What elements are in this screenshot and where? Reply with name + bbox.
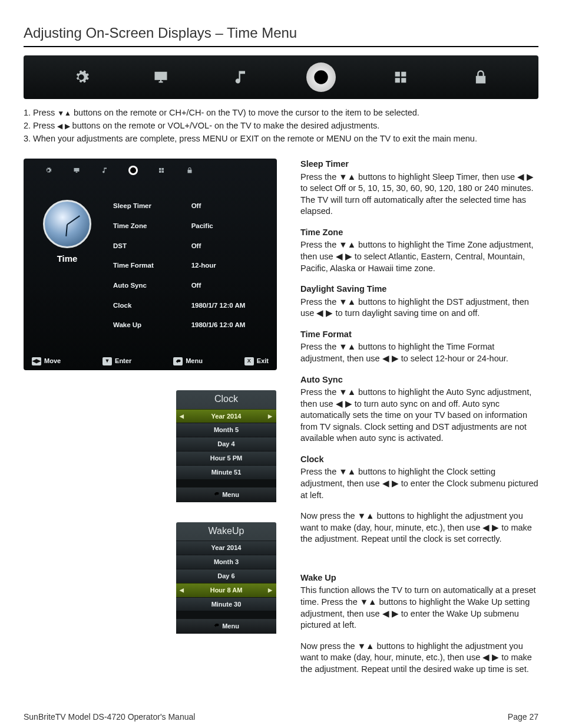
tv-row-value: Pacific xyxy=(164,216,266,236)
submenu-title: Clock xyxy=(176,390,276,409)
tv-row-label: DST xyxy=(113,236,164,256)
time-zone-text: Press the ▼▲ buttons to highlight the Ti… xyxy=(300,239,538,274)
submenu-row: Month 3 xyxy=(176,555,276,569)
enter-label: Enter xyxy=(115,357,131,365)
clock-heading: Clock xyxy=(300,454,538,466)
submenu-footer-label: Menu xyxy=(222,622,239,631)
lock-icon xyxy=(185,166,194,175)
submenu-row: Minute 51 xyxy=(176,465,276,479)
exit-label: Exit xyxy=(257,357,269,365)
menu-key-icon xyxy=(173,357,183,365)
music-icon xyxy=(100,166,110,175)
move-key-icon: ◀▶ xyxy=(32,357,41,365)
steps-list: 1. Press ▼▲ buttons on the remote or CH+… xyxy=(24,107,538,144)
dst-heading: Daylight Saving Time xyxy=(300,284,538,295)
move-label: Move xyxy=(44,357,61,365)
left-arrows-icon: ◀ xyxy=(180,413,187,420)
tv-row-value: Off xyxy=(164,196,266,216)
tv-menu-row: Time ZonePacific xyxy=(113,216,266,236)
time-format-text: Press the ▼▲ buttons to highlight the Ti… xyxy=(300,341,538,364)
wakeup-submenu: WakeUpYear 2014Month 3Day 6◀ Hour 8 AM ▶… xyxy=(176,522,276,634)
enter-key-icon: ▼ xyxy=(103,357,112,365)
monitor-icon xyxy=(72,166,81,175)
submenu-row: Day 6 xyxy=(176,569,276,583)
submenu-row-label: Hour 8 AM xyxy=(210,586,243,595)
step-item: 1. Press ▼▲ buttons on the remote or CH+… xyxy=(24,107,538,119)
page-number: Page 27 xyxy=(508,711,538,723)
clock-text-1: Press the ▼▲ buttons to highlight the Cl… xyxy=(300,466,538,501)
clock-face-icon xyxy=(43,200,91,248)
submenu-row-label: Year 2014 xyxy=(211,412,242,421)
grid-icon xyxy=(386,62,415,92)
tv-row-value: 1980/1/6 12:0 AM xyxy=(164,315,266,335)
tv-row-value: Off xyxy=(164,276,266,296)
right-arrows-icon: ▶ xyxy=(266,413,273,420)
tv-row-value: 1980/1/7 12:0 AM xyxy=(164,296,266,316)
menu-label: Menu xyxy=(186,357,203,365)
left-arrows-icon: ◀ xyxy=(180,587,187,594)
tv-icon-row xyxy=(32,164,269,182)
tv-row-label: Auto Sync xyxy=(113,276,164,296)
tv-row-value: Off xyxy=(164,236,266,256)
tv-menu-row: Sleep TimerOff xyxy=(113,196,266,216)
auto-sync-text: Press the ▼▲ buttons to highlight the Au… xyxy=(300,387,538,444)
dst-text: Press the ▼▲ buttons to highlight the DS… xyxy=(300,297,538,319)
gear-icon xyxy=(67,62,96,92)
tv-menu-row: Wake Up1980/1/6 12:0 AM xyxy=(113,315,266,335)
tv-menu-row: Time Format12-hour xyxy=(113,256,266,276)
submenu-row-selected: ◀ Year 2014 ▶ xyxy=(176,409,276,423)
clock-submenu: Clock◀ Year 2014 ▶Month 5Day 4Hour 5 PMM… xyxy=(176,390,276,502)
tv-time-menu: Time Sleep TimerOffTime ZonePacificDSTOf… xyxy=(24,159,277,370)
tv-menu-table: Sleep TimerOffTime ZonePacificDSTOffTime… xyxy=(113,196,266,335)
tv-row-label: Sleep Timer xyxy=(113,196,164,216)
tv-footer: ◀▶Move ▼Enter Menu XExit xyxy=(32,353,269,365)
submenu-row-selected: ◀ Hour 8 AM ▶ xyxy=(176,583,276,597)
exit-key-icon: X xyxy=(244,357,254,365)
clock-icon xyxy=(306,62,336,92)
page-footer: SunBriteTV Model DS-4720 Operator's Manu… xyxy=(24,711,538,723)
time-zone-heading: Time Zone xyxy=(300,227,538,239)
submenu-title: WakeUp xyxy=(176,522,276,541)
time-format-heading: Time Format xyxy=(300,329,538,341)
submenu-row: Month 5 xyxy=(176,423,276,437)
grid-icon xyxy=(157,166,166,175)
sleep-timer-text: Press the ▼▲ buttons to highlight Sleep … xyxy=(300,172,538,218)
gear-icon xyxy=(44,166,53,175)
tv-row-label: Clock xyxy=(113,296,164,316)
tv-section-label: Time xyxy=(32,253,103,265)
wakeup-heading: Wake Up xyxy=(300,572,538,584)
back-key-icon xyxy=(213,490,219,499)
step-item: 2. Press ◀ ▶ buttons on the remote or VO… xyxy=(24,120,538,132)
tv-row-label: Wake Up xyxy=(113,315,164,335)
title-rule xyxy=(24,46,538,47)
wakeup-text-1: This function allows the TV to turn on a… xyxy=(300,585,538,631)
tv-row-label: Time Format xyxy=(113,256,164,276)
manual-title: SunBriteTV Model DS-4720 Operator's Manu… xyxy=(24,711,195,723)
clock-text-2: Now press the ▼▲ buttons to highlight th… xyxy=(300,510,538,545)
back-key-icon xyxy=(213,622,219,631)
tv-row-value: 12-hour xyxy=(164,256,266,276)
submenu-row: Minute 30 xyxy=(176,597,276,611)
step-item: 3. When your adjustments are complete, p… xyxy=(24,133,538,145)
submenu-footer-label: Menu xyxy=(222,490,239,499)
music-icon xyxy=(226,62,256,92)
sleep-timer-heading: Sleep Timer xyxy=(300,159,538,170)
wakeup-text-2: Now press the ▼▲ buttons to highlight th… xyxy=(300,641,538,676)
tv-menu-row: Auto SyncOff xyxy=(113,276,266,296)
tv-row-label: Time Zone xyxy=(113,216,164,236)
tv-menu-row: DSTOff xyxy=(113,236,266,256)
clock-icon xyxy=(128,166,138,175)
right-arrows-icon: ▶ xyxy=(266,587,273,594)
submenu-footer: Menu xyxy=(176,619,276,634)
page-title: Adjusting On-Screen Displays – Time Menu xyxy=(24,24,538,42)
submenu-row: Day 4 xyxy=(176,437,276,451)
auto-sync-heading: Auto Sync xyxy=(300,374,538,386)
icon-strip xyxy=(24,55,538,99)
tv-menu-row: Clock1980/1/7 12:0 AM xyxy=(113,296,266,316)
submenu-row: Hour 5 PM xyxy=(176,451,276,465)
lock-icon xyxy=(466,62,495,92)
descriptions: Sleep Timer Press the ▼▲ buttons to high… xyxy=(300,159,538,684)
submenu-footer: Menu xyxy=(176,487,276,502)
monitor-icon xyxy=(146,62,176,92)
submenu-row: Year 2014 xyxy=(176,541,276,555)
